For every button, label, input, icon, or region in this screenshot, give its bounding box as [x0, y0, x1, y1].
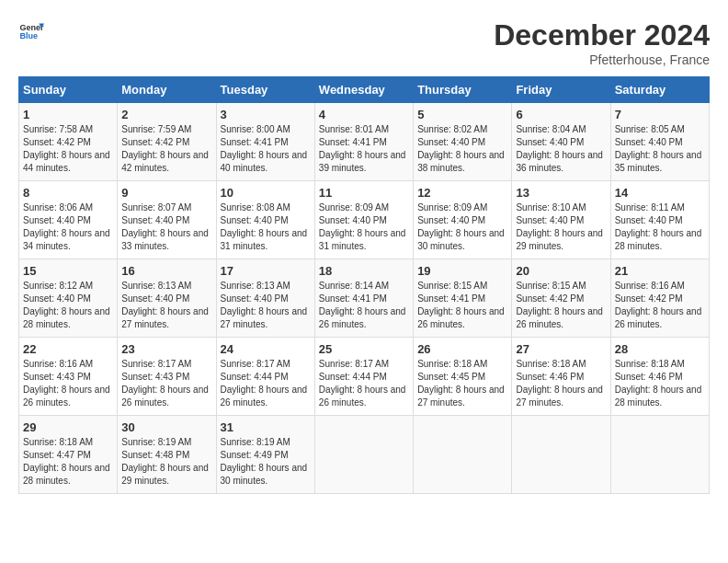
calendar-cell: 17Sunrise: 8:13 AMSunset: 4:40 PMDayligh… — [216, 259, 314, 338]
day-number: 23 — [121, 342, 211, 356]
logo: General Blue — [18, 18, 44, 44]
day-detail: Sunrise: 8:19 AMSunset: 4:49 PMDaylight:… — [221, 437, 308, 486]
calendar-cell: 10Sunrise: 8:08 AMSunset: 4:40 PMDayligh… — [216, 181, 314, 259]
calendar-cell: 15Sunrise: 8:12 AMSunset: 4:40 PMDayligh… — [19, 259, 118, 338]
day-detail: Sunrise: 8:10 AMSunset: 4:40 PMDaylight:… — [516, 202, 603, 251]
svg-text:Blue: Blue — [19, 31, 38, 40]
location: Pfetterhouse, France — [494, 52, 710, 67]
day-detail: Sunrise: 8:05 AMSunset: 4:40 PMDaylight:… — [615, 124, 702, 173]
header-wednesday: Wednesday — [314, 77, 413, 103]
calendar-cell: 30Sunrise: 8:19 AMSunset: 4:48 PMDayligh… — [118, 416, 216, 494]
day-detail: Sunrise: 8:09 AMSunset: 4:40 PMDaylight:… — [417, 202, 505, 251]
day-number: 27 — [516, 342, 606, 356]
day-detail: Sunrise: 8:16 AMSunset: 4:43 PMDaylight:… — [23, 359, 110, 408]
day-number: 30 — [121, 420, 211, 434]
calendar-cell: 18Sunrise: 8:14 AMSunset: 4:41 PMDayligh… — [314, 259, 413, 338]
day-number: 4 — [319, 108, 409, 121]
logo-icon: General Blue — [18, 18, 44, 44]
day-number: 21 — [615, 264, 705, 278]
day-number: 13 — [516, 186, 606, 200]
calendar-cell: 7Sunrise: 8:05 AMSunset: 4:40 PMDaylight… — [610, 103, 709, 181]
calendar-cell: 3Sunrise: 8:00 AMSunset: 4:41 PMDaylight… — [216, 103, 314, 181]
day-number: 7 — [615, 108, 705, 121]
day-detail: Sunrise: 8:11 AMSunset: 4:40 PMDaylight:… — [615, 202, 702, 251]
calendar-cell — [610, 416, 709, 494]
header-friday: Friday — [512, 77, 610, 103]
calendar-week-row: 1Sunrise: 7:58 AMSunset: 4:42 PMDaylight… — [19, 103, 710, 181]
calendar-cell: 11Sunrise: 8:09 AMSunset: 4:40 PMDayligh… — [314, 181, 413, 259]
calendar-cell: 5Sunrise: 8:02 AMSunset: 4:40 PMDaylight… — [414, 103, 512, 181]
day-number: 16 — [121, 264, 211, 278]
calendar-cell: 13Sunrise: 8:10 AMSunset: 4:40 PMDayligh… — [512, 181, 610, 259]
day-detail: Sunrise: 8:15 AMSunset: 4:42 PMDaylight:… — [516, 281, 603, 329]
calendar-week-row: 22Sunrise: 8:16 AMSunset: 4:43 PMDayligh… — [19, 338, 710, 416]
day-number: 5 — [417, 108, 507, 121]
calendar-cell: 27Sunrise: 8:18 AMSunset: 4:46 PMDayligh… — [512, 338, 610, 416]
day-detail: Sunrise: 8:16 AMSunset: 4:42 PMDaylight:… — [615, 281, 702, 329]
day-number: 9 — [121, 186, 211, 200]
calendar-cell — [414, 416, 512, 494]
calendar-cell: 25Sunrise: 8:17 AMSunset: 4:44 PMDayligh… — [314, 338, 413, 416]
day-detail: Sunrise: 7:59 AMSunset: 4:42 PMDaylight:… — [121, 124, 209, 173]
day-detail: Sunrise: 8:01 AMSunset: 4:41 PMDaylight:… — [319, 124, 406, 173]
header-monday: Monday — [118, 77, 216, 103]
day-detail: Sunrise: 8:09 AMSunset: 4:40 PMDaylight:… — [319, 202, 406, 251]
day-detail: Sunrise: 8:04 AMSunset: 4:40 PMDaylight:… — [516, 124, 603, 173]
header-sunday: Sunday — [19, 77, 118, 103]
calendar-cell: 26Sunrise: 8:18 AMSunset: 4:45 PMDayligh… — [414, 338, 512, 416]
title-block: December 2024 Pfetterhouse, France — [494, 18, 710, 67]
day-detail: Sunrise: 8:18 AMSunset: 4:46 PMDaylight:… — [615, 359, 702, 408]
day-number: 6 — [516, 108, 606, 121]
calendar-cell: 28Sunrise: 8:18 AMSunset: 4:46 PMDayligh… — [610, 338, 709, 416]
calendar-cell: 21Sunrise: 8:16 AMSunset: 4:42 PMDayligh… — [610, 259, 709, 338]
calendar-cell — [314, 416, 413, 494]
calendar-cell: 31Sunrise: 8:19 AMSunset: 4:49 PMDayligh… — [216, 416, 314, 494]
calendar-cell: 6Sunrise: 8:04 AMSunset: 4:40 PMDaylight… — [512, 103, 610, 181]
day-detail: Sunrise: 8:19 AMSunset: 4:48 PMDaylight:… — [121, 437, 209, 486]
day-detail: Sunrise: 8:08 AMSunset: 4:40 PMDaylight:… — [221, 202, 308, 251]
day-detail: Sunrise: 8:13 AMSunset: 4:40 PMDaylight:… — [221, 281, 308, 329]
day-number: 1 — [23, 108, 113, 121]
calendar-cell: 1Sunrise: 7:58 AMSunset: 4:42 PMDaylight… — [19, 103, 118, 181]
day-detail: Sunrise: 8:07 AMSunset: 4:40 PMDaylight:… — [121, 202, 209, 251]
day-number: 22 — [23, 342, 113, 356]
calendar-cell: 23Sunrise: 8:17 AMSunset: 4:43 PMDayligh… — [118, 338, 216, 416]
calendar-cell: 14Sunrise: 8:11 AMSunset: 4:40 PMDayligh… — [610, 181, 709, 259]
header-saturday: Saturday — [610, 77, 709, 103]
day-number: 28 — [615, 342, 705, 356]
calendar-cell — [512, 416, 610, 494]
calendar-week-row: 15Sunrise: 8:12 AMSunset: 4:40 PMDayligh… — [19, 259, 710, 338]
day-number: 2 — [121, 108, 211, 121]
day-number: 10 — [221, 186, 311, 200]
day-number: 14 — [615, 186, 705, 200]
calendar-cell: 8Sunrise: 8:06 AMSunset: 4:40 PMDaylight… — [19, 181, 118, 259]
day-detail: Sunrise: 8:14 AMSunset: 4:41 PMDaylight:… — [319, 281, 406, 329]
day-number: 29 — [23, 420, 113, 434]
calendar-cell: 9Sunrise: 8:07 AMSunset: 4:40 PMDaylight… — [118, 181, 216, 259]
calendar-cell: 22Sunrise: 8:16 AMSunset: 4:43 PMDayligh… — [19, 338, 118, 416]
calendar-cell: 20Sunrise: 8:15 AMSunset: 4:42 PMDayligh… — [512, 259, 610, 338]
day-number: 12 — [417, 186, 507, 200]
day-detail: Sunrise: 8:17 AMSunset: 4:43 PMDaylight:… — [121, 359, 209, 408]
day-detail: Sunrise: 8:17 AMSunset: 4:44 PMDaylight:… — [319, 359, 406, 408]
day-detail: Sunrise: 8:02 AMSunset: 4:40 PMDaylight:… — [417, 124, 505, 173]
day-number: 25 — [319, 342, 409, 356]
day-number: 15 — [23, 264, 113, 278]
day-detail: Sunrise: 8:18 AMSunset: 4:46 PMDaylight:… — [516, 359, 603, 408]
calendar-cell: 2Sunrise: 7:59 AMSunset: 4:42 PMDaylight… — [118, 103, 216, 181]
day-number: 24 — [221, 342, 311, 356]
calendar-cell: 19Sunrise: 8:15 AMSunset: 4:41 PMDayligh… — [414, 259, 512, 338]
day-detail: Sunrise: 8:00 AMSunset: 4:41 PMDaylight:… — [221, 124, 308, 173]
day-detail: Sunrise: 8:06 AMSunset: 4:40 PMDaylight:… — [23, 202, 110, 251]
page-header: General Blue December 2024 Pfetterhouse,… — [18, 18, 710, 67]
calendar-week-row: 29Sunrise: 8:18 AMSunset: 4:47 PMDayligh… — [19, 416, 710, 494]
calendar-table: SundayMondayTuesdayWednesdayThursdayFrid… — [18, 76, 710, 494]
day-detail: Sunrise: 8:17 AMSunset: 4:44 PMDaylight:… — [221, 359, 308, 408]
day-number: 17 — [221, 264, 311, 278]
header-thursday: Thursday — [414, 77, 512, 103]
calendar-cell: 12Sunrise: 8:09 AMSunset: 4:40 PMDayligh… — [414, 181, 512, 259]
calendar-cell: 4Sunrise: 8:01 AMSunset: 4:41 PMDaylight… — [314, 103, 413, 181]
calendar-week-row: 8Sunrise: 8:06 AMSunset: 4:40 PMDaylight… — [19, 181, 710, 259]
day-detail: Sunrise: 8:13 AMSunset: 4:40 PMDaylight:… — [121, 281, 209, 329]
calendar-cell: 29Sunrise: 8:18 AMSunset: 4:47 PMDayligh… — [19, 416, 118, 494]
